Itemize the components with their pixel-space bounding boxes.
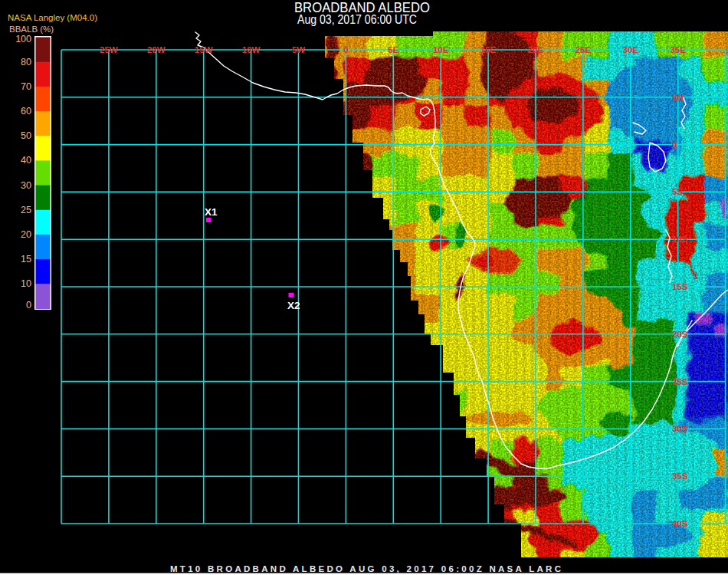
svg-text:100: 100 bbox=[15, 34, 31, 44]
svg-text:X1: X1 bbox=[205, 206, 218, 218]
svg-text:10E: 10E bbox=[433, 45, 449, 54]
svg-text:40S: 40S bbox=[672, 519, 688, 528]
svg-text:30S: 30S bbox=[672, 424, 688, 433]
svg-text:30E: 30E bbox=[623, 45, 639, 54]
svg-text:0: 0 bbox=[343, 45, 348, 54]
svg-text:10: 10 bbox=[21, 278, 31, 289]
svg-text:BBALB (%): BBALB (%) bbox=[9, 25, 54, 34]
svg-text:10W: 10W bbox=[242, 45, 261, 54]
svg-text:5N: 5N bbox=[672, 93, 684, 102]
svg-text:40: 40 bbox=[21, 155, 31, 166]
svg-text:25S: 25S bbox=[672, 377, 688, 386]
svg-text:15: 15 bbox=[21, 254, 31, 264]
svg-text:25W: 25W bbox=[100, 45, 118, 54]
svg-text:Aug 03, 2017 06:00 UTC: Aug 03, 2017 06:00 UTC bbox=[297, 13, 417, 26]
svg-text:60: 60 bbox=[21, 106, 31, 117]
svg-text:5E: 5E bbox=[388, 45, 398, 54]
svg-text:50: 50 bbox=[21, 130, 31, 141]
svg-text:5S: 5S bbox=[672, 187, 683, 196]
svg-text:70: 70 bbox=[21, 81, 31, 92]
svg-text:20: 20 bbox=[21, 229, 31, 240]
svg-text:25E: 25E bbox=[576, 45, 592, 54]
svg-text:5W: 5W bbox=[292, 45, 305, 54]
svg-text:0: 0 bbox=[672, 140, 677, 150]
svg-text:20E: 20E bbox=[528, 45, 544, 54]
svg-text:X2: X2 bbox=[287, 300, 300, 311]
svg-text:NASA Langley (M04.0): NASA Langley (M04.0) bbox=[8, 13, 97, 22]
svg-text:20S: 20S bbox=[672, 330, 688, 339]
svg-text:35S: 35S bbox=[672, 472, 688, 481]
svg-text:20W: 20W bbox=[147, 45, 166, 54]
svg-text:25: 25 bbox=[21, 205, 31, 215]
svg-text:15E: 15E bbox=[480, 45, 497, 54]
svg-text:35E: 35E bbox=[670, 45, 686, 54]
svg-text:15W: 15W bbox=[195, 45, 213, 54]
svg-text:30: 30 bbox=[21, 180, 31, 191]
svg-text:0: 0 bbox=[26, 300, 31, 310]
svg-text:80: 80 bbox=[21, 57, 31, 67]
svg-text:15S: 15S bbox=[672, 282, 688, 291]
svg-text:10S: 10S bbox=[672, 235, 688, 244]
